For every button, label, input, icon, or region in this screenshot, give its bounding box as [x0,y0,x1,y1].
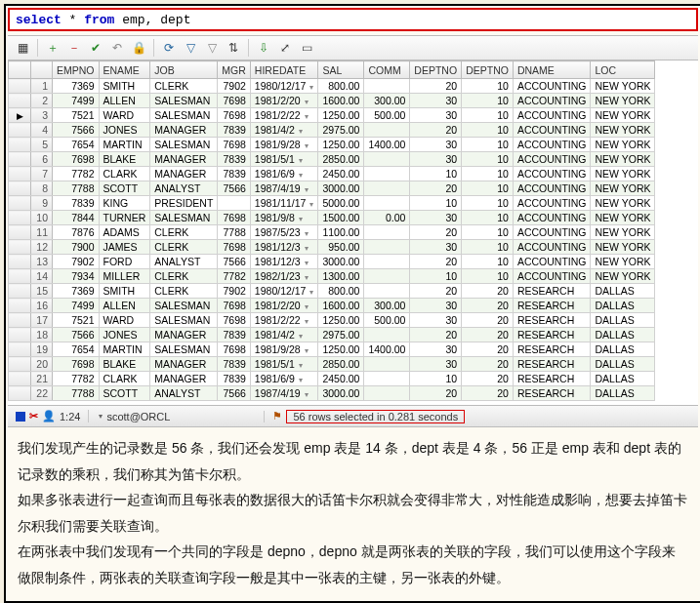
cell-dname[interactable]: ACCOUNTING [513,269,591,284]
cell-loc[interactable]: DALLAS [591,372,655,386]
cell-loc[interactable]: NEW YORK [591,240,655,255]
cell-ename[interactable]: ADAMS [99,225,150,240]
cell-deptno2[interactable]: 10 [462,211,514,225]
cell-deptno2[interactable]: 10 [462,167,514,181]
row-number[interactable]: 2 [31,94,53,108]
cell-job[interactable]: CLERK [150,225,218,240]
refresh-button[interactable]: ⟳ [160,39,178,57]
row-number[interactable]: 19 [31,342,53,357]
cell-job[interactable]: ANALYST [150,255,218,269]
cell-mgr[interactable]: 7698 [218,313,251,328]
cell-deptno2[interactable]: 20 [462,328,514,342]
cell-sal[interactable]: 2450.00 [318,372,364,386]
cell-dname[interactable]: RESEARCH [513,372,591,386]
cell-deptno[interactable]: 30 [410,138,462,152]
cell-sal[interactable]: 1100.00 [318,225,364,240]
row-number[interactable]: 5 [31,138,53,152]
row-number[interactable]: 18 [31,328,53,342]
cell-empno[interactable]: 7698 [53,357,100,372]
cell-hiredate[interactable]: 1987/4/19▾ [250,181,318,196]
cell-sal[interactable]: 2450.00 [318,167,364,181]
cell-deptno[interactable]: 20 [410,123,462,138]
cell-deptno2[interactable]: 20 [462,313,514,328]
cell-comm[interactable]: 1400.00 [364,342,410,357]
column-header-empno-0[interactable]: EMPNO [53,61,100,79]
cell-empno[interactable]: 7839 [53,196,100,211]
cell-mgr[interactable]: 7566 [218,386,251,401]
cell-dname[interactable]: ACCOUNTING [513,79,591,94]
cell-comm[interactable] [364,255,410,269]
cell-ename[interactable]: MARTIN [99,342,150,357]
cell-dname[interactable]: RESEARCH [513,328,591,342]
cell-loc[interactable]: NEW YORK [591,211,655,225]
pin-icon[interactable]: ⚑ [272,410,282,422]
cell-sal[interactable]: 1250.00 [318,342,364,357]
cell-job[interactable]: CLERK [150,284,218,299]
cell-hiredate[interactable]: 1982/1/23▾ [250,269,318,284]
column-header-loc-10[interactable]: LOC [591,61,655,79]
cell-ename[interactable]: MILLER [99,269,150,284]
column-header-dname-9[interactable]: DNAME [513,61,591,79]
cell-job[interactable]: ANALYST [150,386,218,401]
cell-ename[interactable]: KING [99,196,150,211]
table-row[interactable]: 137902FORDANALYST75661981/12/3▾3000.0020… [9,255,655,269]
cell-loc[interactable]: NEW YORK [591,79,655,94]
cell-deptno[interactable]: 10 [410,167,462,181]
column-header-job-2[interactable]: JOB [150,61,218,79]
cell-dname[interactable]: ACCOUNTING [513,167,591,181]
row-number[interactable]: 13 [31,255,53,269]
cell-hiredate[interactable]: 1981/5/1▾ [250,357,318,372]
cell-hiredate[interactable]: 1981/5/1▾ [250,152,318,167]
cell-empno[interactable]: 7698 [53,152,100,167]
cell-deptno2[interactable]: 10 [462,79,514,94]
cell-hiredate[interactable]: 1981/9/28▾ [250,342,318,357]
cell-deptno2[interactable]: 10 [462,255,514,269]
row-number[interactable]: 14 [31,269,53,284]
cell-deptno2[interactable]: 20 [462,372,514,386]
cell-mgr[interactable]: 7698 [218,240,251,255]
cell-deptno2[interactable]: 10 [462,108,514,123]
cell-empno[interactable]: 7369 [53,79,100,94]
table-row[interactable]: 27499ALLENSALESMAN76981981/2/20▾1600.003… [9,94,655,108]
row-number[interactable]: 15 [31,284,53,299]
cell-empno[interactable]: 7654 [53,138,100,152]
cell-job[interactable]: ANALYST [150,181,218,196]
cell-empno[interactable]: 7782 [53,167,100,181]
row-number[interactable]: 10 [31,211,53,225]
cell-sal[interactable]: 1500.00 [318,211,364,225]
cell-empno[interactable]: 7782 [53,372,100,386]
cell-deptno2[interactable]: 10 [462,240,514,255]
cell-hiredate[interactable]: 1981/6/9▾ [250,167,318,181]
cell-dname[interactable]: ACCOUNTING [513,255,591,269]
cell-deptno[interactable]: 30 [410,299,462,313]
cell-deptno[interactable]: 10 [410,372,462,386]
cell-loc[interactable]: NEW YORK [591,269,655,284]
cell-hiredate[interactable]: 1981/11/17▾ [250,196,318,211]
row-number[interactable]: 21 [31,372,53,386]
table-row[interactable]: 147934MILLERCLERK77821982/1/23▾1300.0010… [9,269,655,284]
cell-job[interactable]: MANAGER [150,372,218,386]
cell-deptno[interactable]: 30 [410,342,462,357]
cell-hiredate[interactable]: 1981/12/3▾ [250,255,318,269]
cell-mgr[interactable]: 7839 [218,123,251,138]
cell-empno[interactable]: 7521 [53,313,100,328]
cell-ename[interactable]: CLARK [99,167,150,181]
table-row[interactable]: 17369SMITHCLERK79021980/12/17▾800.002010… [9,79,655,94]
cell-mgr[interactable]: 7839 [218,372,251,386]
cell-deptno2[interactable]: 20 [462,357,514,372]
column-header-comm-6[interactable]: COMM [364,61,410,79]
cell-comm[interactable] [364,196,410,211]
scissors-icon[interactable]: ✂ [29,410,38,422]
cell-mgr[interactable]: 7902 [218,79,251,94]
cell-empno[interactable]: 7499 [53,94,100,108]
cell-deptno2[interactable]: 10 [462,225,514,240]
cell-job[interactable]: SALESMAN [150,313,218,328]
cell-job[interactable]: SALESMAN [150,211,218,225]
table-row[interactable]: 117876ADAMSCLERK77881987/5/23▾1100.00201… [9,225,655,240]
autofit-button[interactable]: ⤢ [276,39,294,57]
cell-empno[interactable]: 7566 [53,123,100,138]
cell-comm[interactable] [364,225,410,240]
cell-comm[interactable] [364,79,410,94]
cell-comm[interactable]: 0.00 [364,211,410,225]
cell-ename[interactable]: ALLEN [99,299,150,313]
